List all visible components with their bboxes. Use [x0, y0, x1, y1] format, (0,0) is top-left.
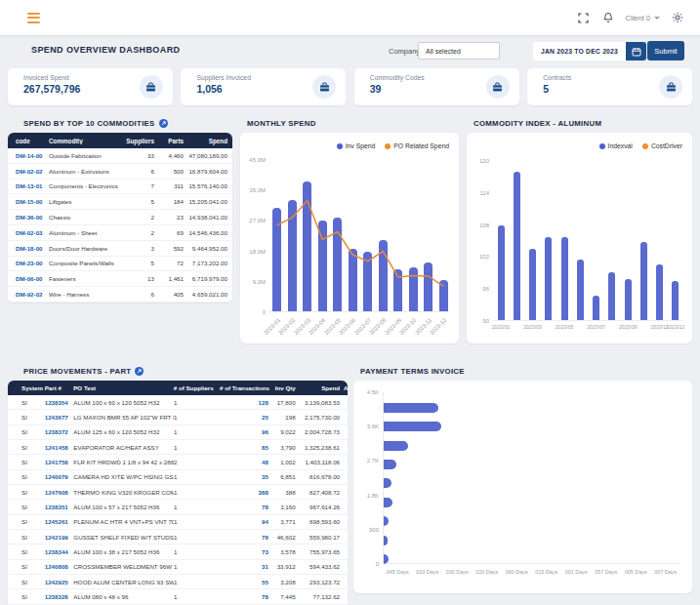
system-value: SI: [8, 563, 45, 570]
suppliers-count: 1: [174, 579, 220, 585]
part-number-link[interactable]: 1242925: [45, 579, 74, 585]
part-number-link[interactable]: 1238328: [45, 593, 74, 600]
payment-terms-bar[interactable]: [384, 498, 392, 507]
payment-terms-bar[interactable]: [384, 536, 388, 545]
table-row: DM-13-01Components - Electronics731115,5…: [8, 180, 232, 195]
part-number-link[interactable]: 1240808: [45, 563, 74, 570]
commodity-code-link[interactable]: DM-15-00: [8, 198, 49, 205]
system-value: SI: [8, 473, 45, 480]
indexval-bar[interactable]: [608, 272, 615, 320]
suppliers-count: 1: [174, 473, 220, 480]
y-tick-label: 90: [482, 318, 489, 324]
client-switcher[interactable]: Client 0: [626, 14, 660, 22]
commodity-code-link[interactable]: DM-02-02: [8, 168, 49, 175]
legend-item[interactable]: PO Related Spend: [385, 142, 449, 149]
payment-terms-bar[interactable]: [384, 403, 438, 413]
payment-terms-bar[interactable]: [384, 554, 389, 564]
inv-spend-bar[interactable]: [363, 252, 372, 311]
part-number-link[interactable]: 1245261: [45, 518, 74, 525]
x-tick-label: 2023/07: [587, 324, 605, 330]
commodity-code-link[interactable]: DM-92-02: [8, 291, 49, 298]
legend-dot-icon: [337, 143, 343, 149]
part-number-link[interactable]: 1238351: [45, 504, 74, 510]
indexval-bar[interactable]: [498, 225, 505, 320]
part-number-link[interactable]: 1241758: [45, 459, 74, 465]
gear-icon[interactable]: [671, 11, 684, 24]
inv-spend-bar[interactable]: [288, 200, 297, 311]
legend-item[interactable]: Indexval: [599, 142, 633, 149]
y-tick-label: 900: [369, 527, 379, 533]
submit-button[interactable]: Submit: [647, 41, 684, 60]
fullscreen-icon[interactable]: [577, 11, 591, 24]
spend-value: 16,879,604.00: [184, 168, 232, 175]
x-tick-label: 2023/01: [492, 324, 511, 330]
commodity-code-link[interactable]: DM-18-00: [8, 245, 49, 252]
x-tick-label: 005 Days: [621, 569, 651, 575]
indexval-bar[interactable]: [640, 242, 647, 320]
bar-slot: [436, 280, 452, 311]
inv-spend-bar[interactable]: [379, 240, 388, 311]
indexval-bar[interactable]: [672, 281, 679, 320]
indexval-bar[interactable]: [514, 172, 520, 320]
inv-spend-bar[interactable]: [272, 208, 281, 311]
part-number-link[interactable]: 1241458: [45, 444, 74, 451]
commodity-code-link[interactable]: DM-36-00: [8, 214, 49, 221]
transactions-count: 78: [221, 534, 268, 541]
bell-icon[interactable]: [601, 11, 615, 24]
calendar-button[interactable]: [626, 42, 646, 60]
legend-item[interactable]: CostDriver: [642, 142, 682, 149]
table-row: DM-36-00Chassis22314,938,041.00: [8, 210, 232, 225]
payment-terms-bar[interactable]: [384, 422, 441, 431]
payment-terms-bar[interactable]: [384, 478, 391, 488]
bar-slot: [509, 172, 524, 320]
y-tick-label: 4.5K: [367, 389, 379, 395]
indexval-bar[interactable]: [577, 260, 584, 320]
commodity-code-link[interactable]: DM-14-00: [8, 152, 49, 159]
spend-value: 6,719,979.00: [184, 275, 232, 282]
part-number-link[interactable]: 1240079: [45, 473, 74, 480]
commodity-code-link[interactable]: DM-13-01: [8, 182, 49, 189]
part-number-link[interactable]: 1238344: [45, 548, 74, 555]
commodity-code-link[interactable]: DM-23-00: [8, 260, 49, 266]
panel-title-text: PAYMENT TERMS INVOICE: [360, 367, 465, 376]
part-number-link[interactable]: 1242199: [45, 534, 74, 541]
indexval-bar[interactable]: [529, 249, 536, 320]
expand-icon[interactable]: [135, 367, 144, 376]
expand-icon[interactable]: [159, 119, 168, 128]
payment-terms-bar[interactable]: [384, 516, 389, 526]
inv-qty: 198: [268, 414, 296, 421]
part-number-link[interactable]: 1243677: [45, 414, 74, 421]
panel-title-text: PRICE MOVEMENTS - PART: [23, 367, 131, 376]
inv-spend-bar[interactable]: [409, 267, 418, 311]
part-number-link[interactable]: 1247608: [45, 489, 74, 496]
inv-spend-bar[interactable]: [303, 182, 311, 312]
inv-spend-bar[interactable]: [424, 262, 432, 311]
commodity-name: Chassis: [49, 214, 123, 221]
transactions-count: 96: [221, 428, 268, 435]
legend-dot-icon: [385, 143, 391, 149]
inv-spend-bar[interactable]: [333, 218, 342, 311]
po-text: GUSSET SHELF FIXED W/T STUDS: [73, 534, 174, 541]
indexval-bar[interactable]: [561, 237, 568, 320]
part-number-link[interactable]: 1238354: [45, 399, 74, 406]
legend-item[interactable]: Inv Spend: [337, 142, 376, 149]
indexval-bar[interactable]: [593, 296, 599, 320]
commodity-code-link[interactable]: DM-06-00: [8, 275, 49, 282]
date-range-value[interactable]: JAN 2023 TO DEC 2023: [533, 42, 626, 60]
indexval-bar[interactable]: [545, 237, 552, 320]
payment-terms-bar[interactable]: [384, 460, 396, 469]
suppliers-count: 2: [174, 459, 220, 465]
inv-spend-bar[interactable]: [393, 269, 402, 311]
part-number-link[interactable]: 1238372: [45, 428, 74, 435]
commodity-code-link[interactable]: DM-02-03: [8, 229, 49, 236]
inv-spend-bar[interactable]: [318, 221, 327, 311]
inv-spend-bar[interactable]: [439, 280, 448, 311]
payment-terms-bar[interactable]: [384, 441, 408, 451]
inv-spend-bar[interactable]: [349, 249, 357, 312]
hamburger-menu-icon[interactable]: [27, 13, 40, 23]
commodity-name: Aluminum - Extrusions: [49, 168, 123, 175]
indexval-bar[interactable]: [656, 264, 663, 320]
company-select[interactable]: All selected: [418, 42, 500, 60]
system-value: SI: [8, 428, 45, 435]
indexval-bar[interactable]: [625, 279, 632, 320]
